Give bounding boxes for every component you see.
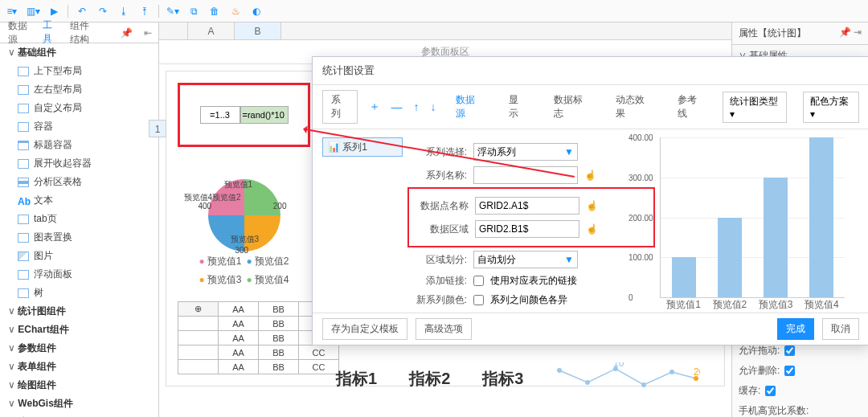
item-layout-h[interactable]: 左右型布局 xyxy=(0,80,158,99)
legend-2: 预览值2 xyxy=(247,255,289,268)
dropdown-chart-type[interactable]: 统计图类型 ▾ xyxy=(723,92,787,123)
svg-point-0 xyxy=(557,368,562,373)
svg-text:20: 20 xyxy=(694,366,700,378)
ok-button[interactable]: 完成 xyxy=(777,318,814,340)
remove-icon[interactable]: — xyxy=(391,100,403,113)
item-tab-page[interactable]: tab页 xyxy=(0,210,158,228)
hand-icon[interactable]: ☝ xyxy=(586,200,600,211)
sparkline: 1020 xyxy=(555,362,700,395)
legend-3: 预览值3 xyxy=(199,273,242,287)
select-partition[interactable]: 自动划分▼ xyxy=(473,251,578,268)
indicator-3: 指标3 xyxy=(482,368,523,390)
copy-icon[interactable]: ⧉ xyxy=(186,4,201,18)
svg-point-1 xyxy=(585,380,590,385)
group-param[interactable]: 参数组件 xyxy=(0,339,158,358)
group-draw[interactable]: 绘图组件 xyxy=(0,376,158,395)
component-tree: 基础组件 上下型布局 左右型布局 自定义布局 容器 标题容器 展开收起容器 分析… xyxy=(0,43,159,417)
down-icon[interactable]: ↓ xyxy=(431,100,436,113)
legend-1: 预览值1 xyxy=(199,255,242,268)
label-link: 添加链接: xyxy=(411,274,467,288)
checkbox-link[interactable] xyxy=(473,276,484,286)
checkbox-allow-delete[interactable] xyxy=(784,366,795,376)
svg-point-3 xyxy=(641,382,646,387)
item-title-container[interactable]: 标题容器 xyxy=(0,136,158,154)
tab-datasource[interactable]: 数据源 xyxy=(448,91,489,123)
cell-b1[interactable]: =rand()*10 xyxy=(240,106,289,124)
label-point-name: 数据点名称 xyxy=(412,199,469,213)
indicator-2: 指标2 xyxy=(409,368,450,390)
label-allow-drag: 允许拖动: xyxy=(739,344,780,358)
export-icon[interactable]: ⭱ xyxy=(137,4,152,18)
item-chart-swap[interactable]: 图表置换 xyxy=(0,228,158,247)
bar-2 xyxy=(718,218,742,298)
tab-datamark[interactable]: 数据标志 xyxy=(546,91,596,123)
row-head-1[interactable]: 1 xyxy=(149,120,166,137)
add-icon[interactable]: ＋ xyxy=(369,100,380,114)
item-layout-v[interactable]: 上下型布局 xyxy=(0,62,158,80)
item-image[interactable]: 图片 xyxy=(0,247,158,265)
checkbox-newcolor[interactable] xyxy=(473,295,484,305)
flame-icon[interactable]: ♨ xyxy=(228,4,243,18)
pie-preview: 预览值1 预览值4预览值2 400 200 预览值3 300 xyxy=(208,179,280,251)
item-tree[interactable]: 树 xyxy=(0,284,158,302)
indicator-1: 指标1 xyxy=(336,368,377,390)
cancel-button[interactable]: 取消 xyxy=(822,318,859,340)
input-point-name[interactable] xyxy=(475,197,579,215)
paint-icon[interactable]: ✎▾ xyxy=(166,4,180,18)
label-newcolor: 新系列颜色: xyxy=(411,293,467,307)
help-icon[interactable]: ◐ xyxy=(249,4,264,18)
collapse-icon[interactable]: ⇤ xyxy=(144,27,152,39)
item-collapse-container[interactable]: 展开收起容器 xyxy=(0,154,158,173)
hand-icon[interactable]: ☝ xyxy=(586,223,600,235)
legend-4: 预览值4 xyxy=(247,273,289,287)
svg-point-4 xyxy=(669,370,674,374)
label-allow-delete: 允许删除: xyxy=(739,364,780,378)
label-ratio: 手机高宽比系数: xyxy=(739,404,809,417)
label-cache: 缓存: xyxy=(739,384,760,398)
advanced-button[interactable]: 高级选项 xyxy=(416,318,472,340)
svg-text:10: 10 xyxy=(613,362,624,369)
dialog-title: 统计图设置 xyxy=(313,57,868,85)
label-data-range: 数据区域 xyxy=(412,223,469,236)
col-head-b[interactable]: B xyxy=(235,22,281,39)
dropdown-color-scheme[interactable]: 配色方案 ▾ xyxy=(803,92,859,123)
checkbox-cache[interactable] xyxy=(765,386,776,396)
group-webgis[interactable]: WebGis组件 xyxy=(0,395,158,413)
col-head-a[interactable]: A xyxy=(188,22,235,39)
cell-a1[interactable]: =1..3 xyxy=(200,106,240,124)
tab-animation[interactable]: 动态效果 xyxy=(608,91,658,123)
main-toolbar: ≡▾ ▥▾ ▶ ↶ ↷ ⭳ ⭱ ✎▾ ⧉ 🗑 ♨ ◐ xyxy=(0,0,868,22)
label-partition: 区域划分: xyxy=(411,253,467,267)
pin-icon[interactable]: 📌 ⇥ xyxy=(839,27,862,40)
tab-display[interactable]: 显示 xyxy=(501,91,534,123)
property-title: 属性【统计图】 xyxy=(739,27,806,40)
left-tabs: 数据源 工具 组件结构 📌 ⇤ xyxy=(0,22,159,43)
grid-red-highlight: =1..3 =rand()*10 xyxy=(178,83,310,147)
import-icon[interactable]: ⭳ xyxy=(117,4,131,18)
item-float-panel[interactable]: 浮动面板 xyxy=(0,265,158,284)
group-form[interactable]: 表单组件 xyxy=(0,358,158,376)
bar-3 xyxy=(764,178,788,297)
checkbox-allow-drag[interactable] xyxy=(784,345,795,356)
up-icon[interactable]: ↑ xyxy=(414,100,420,113)
tab-series[interactable]: 系列 xyxy=(322,90,358,124)
item-container[interactable]: 容器 xyxy=(0,117,158,136)
item-analysis-table[interactable]: 分析区表格 xyxy=(0,173,158,191)
group-ext[interactable]: 扩展组件 xyxy=(0,413,158,417)
group-basic[interactable]: 基础组件 xyxy=(0,43,158,62)
input-data-range[interactable] xyxy=(475,220,579,238)
bar-1 xyxy=(672,257,696,297)
chart-settings-dialog: 统计图设置 系列 ＋ — ↑ ↓ 数据源 显示 数据标志 动态效果 参考线 统计… xyxy=(312,56,868,345)
hand-icon[interactable]: ☝ xyxy=(584,170,599,181)
tab-refline[interactable]: 参考线 xyxy=(669,91,711,123)
group-statchart[interactable]: 统计图组件 xyxy=(0,302,158,321)
pin-icon[interactable]: 📌 xyxy=(121,27,133,39)
save-template-button[interactable]: 存为自定义模板 xyxy=(322,318,407,340)
item-layout-custom[interactable]: 自定义布局 xyxy=(0,99,158,117)
select-series[interactable]: 浮动系列▼ xyxy=(473,143,578,161)
bar-chart-preview: 400.00 300.00 200.00 100.00 0 预览值1 预览值2 … xyxy=(660,137,845,298)
bar-4 xyxy=(809,137,833,297)
delete-icon[interactable]: 🗑 xyxy=(207,4,222,18)
item-text[interactable]: Ab文本 xyxy=(0,191,158,210)
group-echart[interactable]: EChart组件 xyxy=(0,321,158,339)
